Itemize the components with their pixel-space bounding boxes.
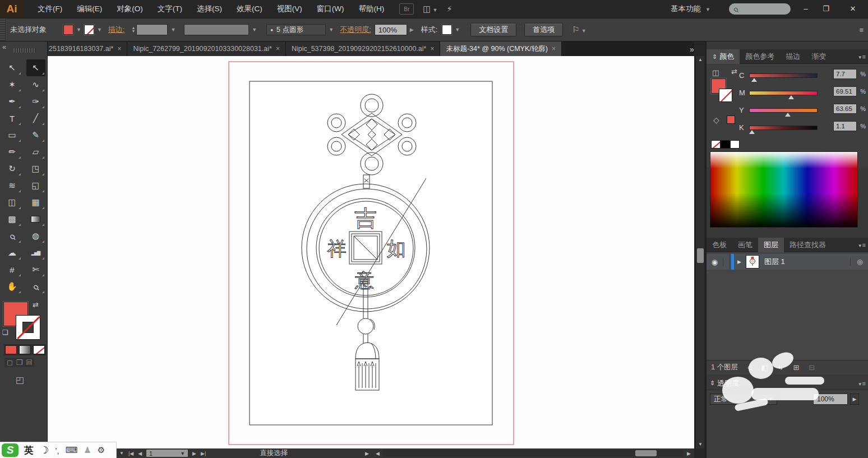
- zoom-tool[interactable]: ϙ: [26, 278, 45, 295]
- opacity-popup-icon[interactable]: ▶: [407, 27, 417, 33]
- menu-item[interactable]: 文字(T): [150, 0, 190, 18]
- blend-tool[interactable]: ◍: [26, 228, 45, 244]
- toolbar-collapse-icon[interactable]: «: [2, 43, 6, 51]
- panel-tab[interactable]: 颜色参考: [740, 49, 780, 64]
- lasso-tool[interactable]: ∿: [26, 76, 45, 93]
- stroke-color-swatch[interactable]: [84, 25, 94, 35]
- direct-selection-tool[interactable]: ↖: [26, 59, 45, 76]
- sogou-logo-icon[interactable]: S: [2, 443, 19, 457]
- target-circle-icon[interactable]: ◎: [850, 258, 868, 266]
- transparency-title[interactable]: 透明度: [717, 378, 739, 388]
- close-tab-icon[interactable]: ×: [552, 45, 556, 53]
- horizontal-scrollbar[interactable]: ▶ ◀ ▶: [362, 448, 694, 458]
- vertical-scrollbar[interactable]: ▲ ▼: [695, 56, 704, 448]
- none-mode-button[interactable]: [33, 345, 45, 354]
- stroke-weight-dropdown-icon[interactable]: ▼: [168, 27, 178, 33]
- shape-builder-tool[interactable]: ◫: [3, 194, 22, 211]
- expand-triangle-icon[interactable]: ▶: [737, 259, 741, 265]
- close-tab-icon[interactable]: ×: [117, 45, 121, 53]
- slider-thumb[interactable]: [785, 113, 791, 117]
- new-sublayer-icon[interactable]: ↳: [777, 363, 783, 372]
- rotate-tool[interactable]: ↻: [3, 160, 22, 177]
- scroll-right-small-icon[interactable]: ▶: [362, 451, 372, 456]
- brush-dropdown-icon[interactable]: ▼: [326, 27, 336, 33]
- restore-button[interactable]: ❐: [816, 0, 835, 17]
- locate-object-icon[interactable]: ϙ: [745, 363, 754, 372]
- preferences-button[interactable]: 首选项: [524, 23, 563, 36]
- visibility-eye-icon[interactable]: ◉: [707, 258, 723, 266]
- slider-thumb[interactable]: [749, 130, 755, 134]
- slider-thumb[interactable]: [788, 95, 794, 99]
- menu-item[interactable]: 窗口(W): [310, 0, 352, 18]
- magic-wand-tool[interactable]: ✶: [3, 76, 22, 93]
- user-icon[interactable]: ♟: [84, 445, 91, 455]
- transparency-menu-icon[interactable]: ▼≡: [858, 380, 866, 387]
- layer-name[interactable]: 图层 1: [764, 257, 850, 267]
- none-swatch[interactable]: [711, 140, 721, 149]
- menu-item[interactable]: 视图(V): [270, 0, 310, 18]
- paintbrush-tool[interactable]: ✎: [26, 127, 45, 144]
- panel-tab[interactable]: ⇕颜色: [707, 49, 740, 64]
- slider-value[interactable]: 63.65: [833, 104, 857, 114]
- free-transform-tool[interactable]: ◱: [26, 177, 45, 194]
- white-swatch[interactable]: [730, 140, 740, 149]
- menu-item[interactable]: 效果(C): [229, 0, 270, 18]
- first-artboard-icon[interactable]: |◀: [128, 451, 133, 456]
- variable-width-dropdown-icon[interactable]: ▼: [249, 27, 260, 33]
- curvature-tool[interactable]: ✑: [26, 93, 45, 110]
- brush-definition[interactable]: ●5 点圆形: [266, 24, 326, 35]
- column-graph-tool[interactable]: ▂▅▇: [26, 244, 45, 261]
- default-fill-stroke-icon[interactable]: ❏: [2, 329, 8, 336]
- vertical-scroll-thumb[interactable]: [697, 248, 704, 263]
- gradient-tool[interactable]: [26, 211, 45, 228]
- slider-track[interactable]: [749, 126, 818, 130]
- perspective-grid-tool[interactable]: ▦: [26, 194, 45, 211]
- scroll-right-icon[interactable]: ▶: [684, 451, 694, 456]
- slider-track[interactable]: [749, 73, 818, 78]
- scroll-left-icon[interactable]: ◀: [372, 451, 383, 456]
- swap-fill-stroke-icon[interactable]: ⇄: [33, 300, 39, 309]
- color-mode-button[interactable]: [5, 345, 17, 354]
- document-tab[interactable]: 未标题-34* @ 90% (CMYK/轮廓) ×: [440, 41, 562, 56]
- slice-tool[interactable]: ✄: [26, 261, 45, 278]
- layer-thumbnail[interactable]: [746, 255, 759, 269]
- opacity-field[interactable]: 100%: [375, 24, 407, 35]
- panel-tab[interactable]: 描边: [780, 49, 806, 64]
- horizontal-scroll-thumb[interactable]: [635, 450, 657, 456]
- wrench-icon[interactable]: ⚙: [98, 445, 105, 455]
- panel-tab[interactable]: 图层: [758, 238, 784, 252]
- draw-inside-icon[interactable]: 回: [26, 358, 32, 367]
- style-swatch[interactable]: [442, 25, 452, 35]
- gpu-performance-icon[interactable]: ⚡: [446, 4, 453, 14]
- document-tab[interactable]: Nipic_7262799_20190920103330028031.ai* ×: [127, 41, 285, 56]
- pencil-tool[interactable]: ✏: [3, 144, 22, 160]
- dock-collapse-icon[interactable]: »: [690, 45, 694, 54]
- make-mask-icon[interactable]: ◧: [761, 363, 768, 372]
- menu-item[interactable]: 帮助(H): [351, 0, 391, 18]
- panel-tab[interactable]: 色板: [707, 238, 732, 252]
- punctuation-icon[interactable]: ’,: [55, 446, 59, 455]
- eyedropper-tool[interactable]: ϙ: [3, 228, 22, 244]
- stroke-weight-stepper[interactable]: ▲▼: [131, 26, 135, 33]
- slider-value[interactable]: 69.51: [833, 86, 857, 96]
- artboard-navigation-field[interactable]: 1▼: [146, 450, 188, 457]
- menu-item[interactable]: 对象(O): [109, 0, 150, 18]
- close-tab-icon[interactable]: ×: [276, 45, 280, 53]
- slider-value[interactable]: 1.1: [833, 121, 857, 131]
- transparency-opacity-field[interactable]: 100%: [813, 394, 848, 405]
- opacity-popup-icon[interactable]: ▶: [850, 394, 859, 405]
- fill-dropdown-icon[interactable]: ▼: [73, 27, 84, 33]
- document-tab[interactable]: Nipic_537398_20190929202152610000.ai* ×: [286, 41, 441, 56]
- scroll-up-icon[interactable]: ▲: [696, 56, 705, 64]
- minimize-button[interactable]: –: [796, 0, 815, 17]
- close-tab-icon[interactable]: ×: [430, 45, 434, 53]
- document-tab[interactable]: 25183916183037.ai* ×: [48, 41, 127, 56]
- out-of-gamut-cube-icon[interactable]: ◇: [713, 115, 719, 124]
- lock-column[interactable]: [723, 254, 730, 270]
- document-setup-button[interactable]: 文档设置: [470, 23, 516, 36]
- scale-tool[interactable]: ◳: [26, 160, 45, 177]
- width-tool[interactable]: ≋: [3, 177, 22, 194]
- search-input[interactable]: ϙ: [729, 3, 791, 15]
- keyboard-icon[interactable]: ⌨: [66, 445, 78, 455]
- menu-item[interactable]: 文件(F): [30, 0, 70, 18]
